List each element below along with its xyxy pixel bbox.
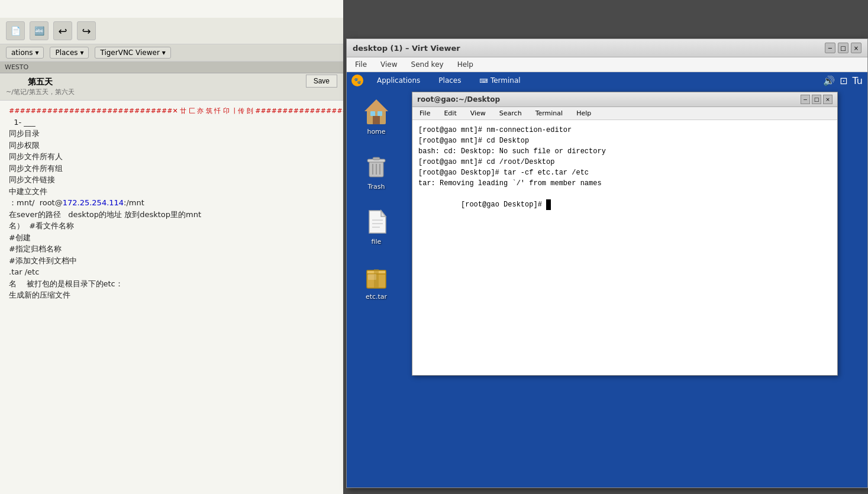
note-line-22: 生成新的压缩文件 [9,289,334,301]
menu-sendkey[interactable]: Send key [409,59,446,70]
nav-places-dropdown[interactable]: Places ▾ [50,47,89,59]
note-line-sync2: 同步权限 [9,140,334,151]
etctar-icon [362,262,391,290]
home-label: home [367,128,385,135]
menu-help[interactable]: Help [455,59,476,70]
terminal-close-btn[interactable]: × [823,95,832,104]
note-line-20: 名 被打包的是根目录下的etc： [9,278,334,290]
note-line-15: #创建 [9,232,334,244]
svg-text:🐾: 🐾 [354,77,362,85]
note-header: 第五天 ~/笔记/第五天，第六天 Save [0,73,343,101]
virt-viewer-title: desktop (1) – Virt Viewer [353,44,460,53]
terminal-body[interactable]: [root@gao mnt]# nm-connection-editor [ro… [412,120,837,375]
note-panel: 📄 🔤 ↩ ↪ ations ▾ Places ▾ TigerVNC Viewe… [0,0,343,494]
term-line-7: [root@gao Desktop]# [418,189,831,221]
note-toolbar-redo-btn[interactable]: ↪ [77,21,96,40]
terminal-minimize-btn[interactable]: − [801,95,810,104]
term-menu-terminal[interactable]: Terminal [533,108,566,118]
virt-viewer-content: home [347,89,867,487]
ip-text: 172.25.254.114 [63,198,124,207]
note-line-16: #指定归档名称 [9,243,334,255]
terminal-titlebar: root@gao:~/Desktop − □ × [412,92,837,107]
svg-marker-3 [364,99,388,111]
note-line-2: 1- ___ [9,117,334,128]
nav-vnc-viewer-dropdown[interactable]: TigerVNC Viewer ▾ [95,47,170,59]
toolbar-places[interactable]: Places [434,75,466,86]
term-menu-file[interactable]: File [417,108,433,118]
svg-rect-9 [373,157,380,160]
svg-rect-5 [370,111,375,116]
note-line-17: #添加文件到文档中 [9,255,334,267]
note-line-sync4: 同步文件所有组 [9,163,334,175]
file-label: file [372,238,382,246]
term-menu-view[interactable]: View [468,108,488,118]
note-line-12: 名） #看文件名称 [9,220,334,232]
term-line-4: [root@gao mnt]# cd /root/Desktop [418,157,831,167]
toolbar-right: 🔊 ⊡ Tu [823,75,863,86]
svg-rect-6 [377,111,382,116]
toolbar-sound-icon: 🔊 [823,75,835,86]
term-line-3: bash: cd: Desktop: No such file or direc… [418,146,831,157]
term-menu-search[interactable]: Search [497,108,524,118]
term-line-2: [root@gao mnt]# cd Desktop [418,135,831,146]
file-icon [362,207,391,235]
toolbar-display-icon: ⊡ [840,75,847,86]
note-line-19: .tar /etc [9,266,334,278]
term-line-1: [root@gao mnt]# nm-connection-editor [418,125,831,135]
virt-viewer-controls: − □ × [825,43,861,53]
terminal-title: root@gao:~/Desktop [417,95,500,104]
toolbar-extra: Tu [853,75,863,86]
toolbar-applications[interactable]: Applications [372,75,425,86]
west-label: WESTO [0,62,343,73]
note-subtitle: ~/笔记/第五天，第六天 [6,88,75,96]
terminal-controls: − □ × [801,95,832,104]
virt-viewer-toolbar: 🐾 Applications Places ⌨ Terminal 🔊 ⊡ Tu [347,72,867,89]
term-menu-edit[interactable]: Edit [441,108,459,118]
term-line-6: tar: Removing leading `/' from member na… [418,178,831,189]
desktop-icon-file[interactable]: file [360,205,393,248]
note-toolbar: 📄 🔤 ↩ ↪ [0,18,343,44]
toolbar-logo: 🐾 [351,75,363,86]
term-menu-help[interactable]: Help [574,108,593,118]
virt-minimize-btn[interactable]: − [825,43,835,53]
virt-close-btn[interactable]: × [851,43,861,53]
note-line-7: ：mnt/ root@172.25.254.114:/mnt [9,197,334,209]
note-line-8: 在sever的路径 desktop的地址 放到desktop里的mnt [9,209,334,221]
terminal-window: root@gao:~/Desktop − □ × File Edit View … [412,92,838,376]
menu-view[interactable]: View [378,59,399,70]
note-line-sync5: 同步文件链接 [9,174,334,186]
note-title: 第五天 [6,77,75,88]
virt-viewer-menu: File View Send key Help [347,57,867,72]
note-line-1: ##############################✕ 廿 匚 亦 筑 … [9,106,334,117]
home-icon [362,97,391,125]
virt-maximize-btn[interactable]: □ [838,43,848,53]
note-toolbar-page-btn[interactable]: 📄 [6,21,25,40]
etctar-label: etc.tar [366,293,387,301]
note-content[interactable]: ##############################✕ 廿 匚 亦 筑 … [0,101,343,494]
desktop-icon-etctar[interactable]: etc.tar [360,260,393,303]
svg-rect-4 [373,116,380,124]
virt-viewer-window: desktop (1) – Virt Viewer − □ × File Vie… [346,38,868,488]
note-save-button[interactable]: Save [306,75,337,88]
desktop-icon-home[interactable]: home [360,95,393,138]
desktop-icons: home [347,89,406,487]
note-line-sync1: 同步目录 [9,128,334,140]
trash-label: Trash [367,183,385,191]
terminal-maximize-btn[interactable]: □ [812,95,821,104]
svg-rect-21 [368,274,376,280]
desktop-icon-trash[interactable]: Trash [360,150,393,193]
trash-icon [362,152,391,180]
note-nav: ations ▾ Places ▾ TigerVNC Viewer ▾ [0,44,343,62]
nav-actions-dropdown[interactable]: ations ▾ [6,47,44,59]
note-line-sync3: 同步文件所有人 [9,151,334,163]
note-line-5: 中建立文件 [9,186,334,198]
virt-viewer-titlebar: desktop (1) – Virt Viewer − □ × [347,39,867,57]
note-toolbar-undo-btn[interactable]: ↩ [53,21,72,40]
svg-marker-14 [381,211,386,217]
terminal-menu: File Edit View Search Terminal Help [412,107,837,120]
toolbar-terminal[interactable]: ⌨ Terminal [475,75,525,86]
note-toolbar-text-btn[interactable]: 🔤 [30,21,49,40]
menu-file[interactable]: File [353,59,369,70]
terminal-cursor [546,199,551,210]
term-line-5: [root@gao Desktop]# tar -cf etc.tar /etc [418,167,831,178]
